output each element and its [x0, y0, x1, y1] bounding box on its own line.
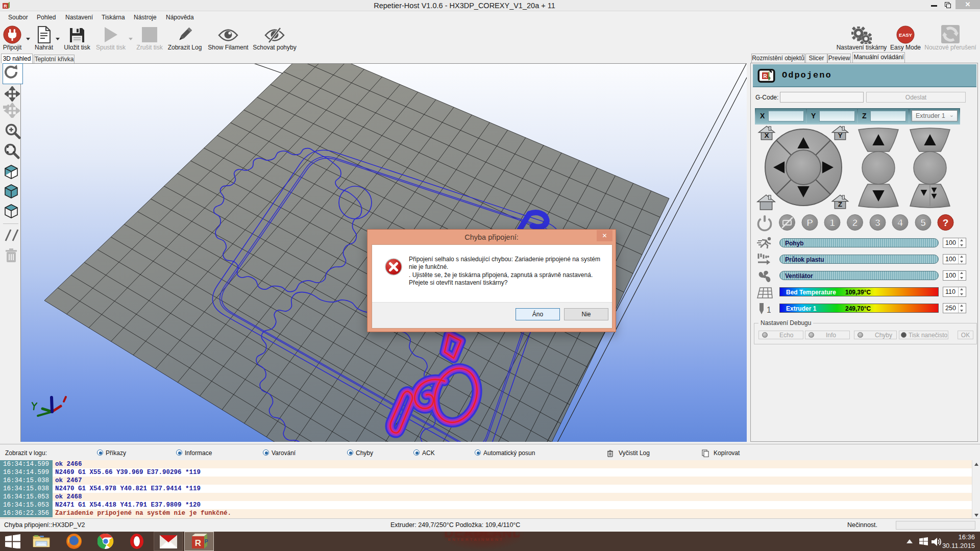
svg-text:Z: Z: [838, 201, 842, 208]
svg-text:EASY: EASY: [899, 32, 913, 38]
svg-text:R: R: [763, 73, 767, 79]
svg-text:X: X: [764, 132, 769, 139]
svg-text:1: 1: [767, 306, 771, 314]
svg-text:1: 1: [829, 217, 835, 228]
svg-text:P: P: [806, 217, 813, 228]
svg-text:5: 5: [920, 217, 926, 228]
svg-text:R: R: [195, 538, 201, 548]
svg-text:?: ?: [943, 217, 949, 228]
svg-text:4: 4: [897, 217, 903, 228]
svg-text:P: P: [205, 539, 208, 544]
svg-text:2: 2: [852, 217, 858, 228]
svg-text:Y: Y: [838, 132, 842, 139]
svg-text:3: 3: [875, 217, 880, 228]
